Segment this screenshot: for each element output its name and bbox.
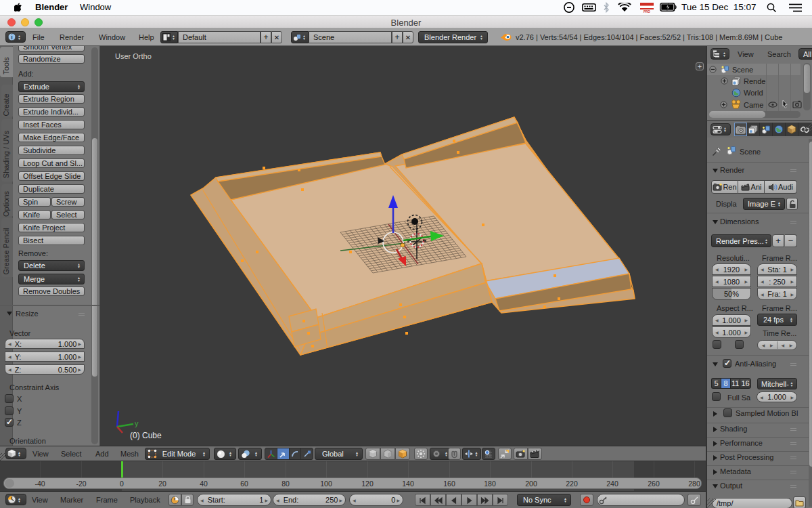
svg-text:i: i bbox=[11, 34, 13, 41]
svg-text:PRO: PRO bbox=[644, 10, 650, 14]
svg-text:y: y bbox=[135, 419, 139, 427]
